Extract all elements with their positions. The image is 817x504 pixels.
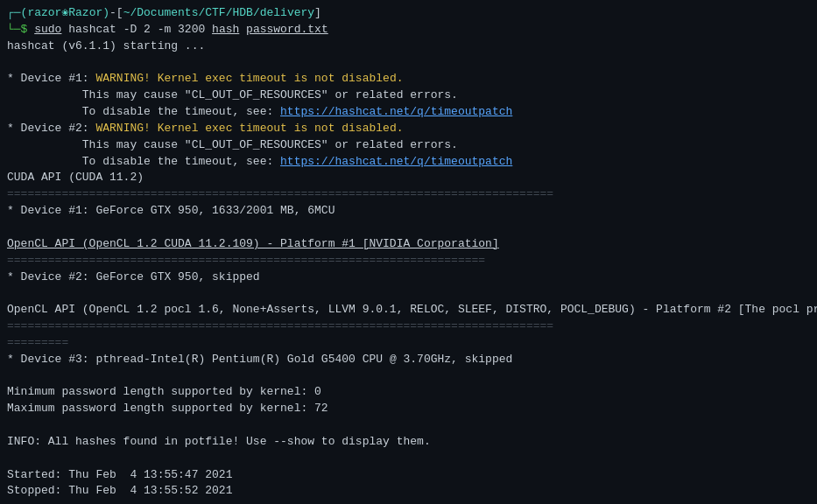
blank-7 — [7, 500, 810, 504]
device-3: * Device #3: pthread-Intel(R) Pentium(R)… — [7, 352, 810, 368]
prompt-line-1: ┌─(razor❀Razor)-[~/Documents/CTF/HDB/del… — [7, 5, 810, 22]
cmd-sudo-1: sudo — [34, 23, 61, 36]
stopped-time: Stopped: Thu Feb 4 13:55:52 2021 — [7, 483, 810, 500]
link-1[interactable]: https://hashcat.net/q/timeoutpatch — [280, 105, 512, 118]
warning-1-line3: To disable the timeout, see: https://has… — [7, 104, 810, 121]
separator-3: ========================================… — [7, 318, 810, 335]
device-2: * Device #2: GeForce GTX 950, skipped — [7, 270, 810, 286]
cmd-line-1: └─$ sudo hashcat -D 2 -m 3200 hash passw… — [7, 22, 810, 38]
cmd-hash-1: hash — [212, 23, 239, 36]
hashcat-starting: hashcat (v6.1.1) starting ... — [7, 38, 810, 55]
separator-2: ========================================… — [7, 253, 810, 270]
warning-1: * Device #1: WARNING! Kernel exec timeou… — [7, 71, 810, 88]
prompt-arrow-1: └─$ — [7, 23, 34, 36]
cmd-password-1: password.txt — [246, 23, 328, 36]
warning-2: * Device #2: WARNING! Kernel exec timeou… — [7, 121, 810, 137]
link-2[interactable]: https://hashcat.net/q/timeoutpatch — [280, 155, 512, 168]
opencl-api-2: OpenCL API (OpenCL 1.2 pocl 1.6, None+As… — [7, 302, 810, 318]
terminal-window: ┌─(razor❀Razor)-[~/Documents/CTF/HDB/del… — [0, 0, 817, 504]
device-1: * Device #1: GeForce GTX 950, 1633/2001 … — [7, 203, 810, 220]
separator-1: ========================================… — [7, 186, 810, 203]
blank-5 — [7, 417, 810, 434]
min-password: Minimum password length supported by ker… — [7, 384, 810, 401]
started-time: Started: Thu Feb 4 13:55:47 2021 — [7, 467, 810, 484]
warning-1-line2: This may cause "CL_OUT_OF_RESOURCES" or … — [7, 88, 810, 104]
prompt-path-1: ~/Documents/CTF/HDB/delivery — [123, 6, 314, 19]
separator-4: ========= — [7, 335, 810, 352]
blank-4 — [7, 368, 810, 385]
blank-6 — [7, 451, 810, 467]
warning-2-line2: This may cause "CL_OUT_OF_RESOURCES" or … — [7, 137, 810, 154]
blank-3 — [7, 285, 810, 302]
blank-1 — [7, 55, 810, 72]
warning-2-line3: To disable the timeout, see: https://has… — [7, 154, 810, 171]
info-potfile: INFO: All hashes found in potfile! Use -… — [7, 434, 810, 451]
opencl-api-1: OpenCL API (OpenCL 1.2 CUDA 11.2.109) - … — [7, 236, 810, 253]
cuda-api: CUDA API (CUDA 11.2) — [7, 170, 810, 186]
max-password: Maximum password length supported by ker… — [7, 401, 810, 417]
prompt-user-1: ┌─(razor❀Razor) — [7, 6, 109, 19]
blank-2 — [7, 220, 810, 236]
